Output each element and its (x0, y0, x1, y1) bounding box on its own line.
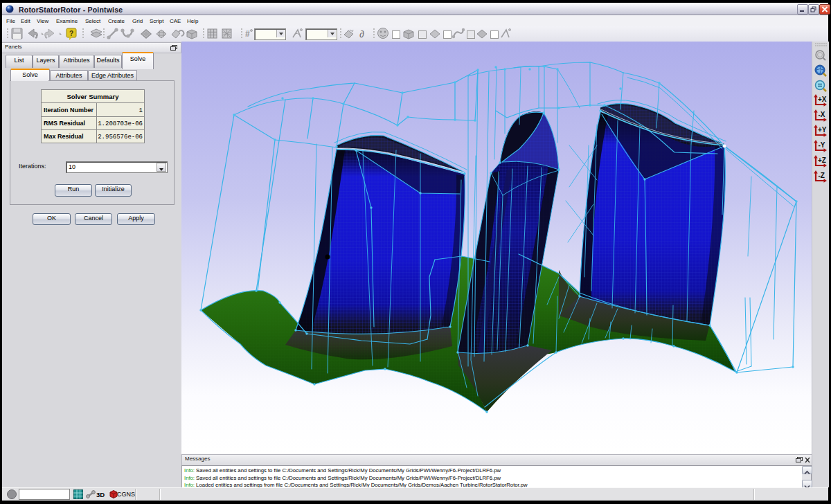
svg-text:+X: +X (818, 96, 827, 103)
svg-text:-Z: -Z (819, 172, 825, 179)
svg-text:?: ? (69, 30, 73, 37)
svg-text:#: # (245, 29, 250, 39)
svg-text:∂: ∂ (359, 28, 364, 39)
svg-text:-Y: -Y (819, 141, 825, 149)
svg-text:+Y: +Y (818, 126, 827, 134)
svg-text:-X: -X (819, 111, 825, 118)
svg-text:+Z: +Z (818, 156, 826, 164)
